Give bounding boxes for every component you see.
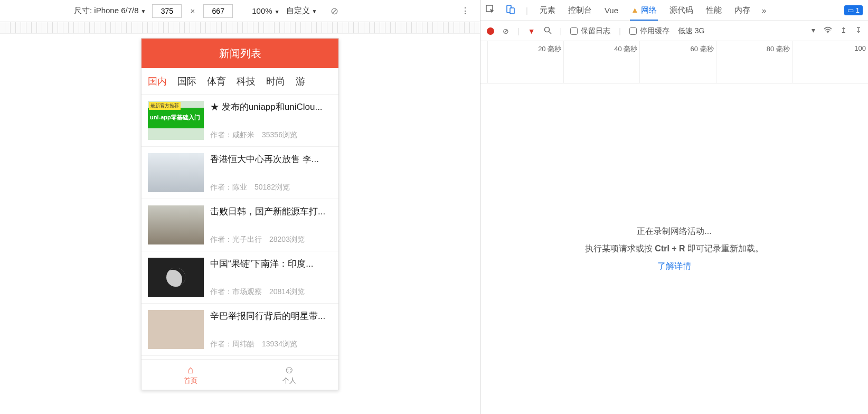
wifi-icon[interactable] — [824, 26, 832, 36]
more-tabs-icon[interactable]: » — [762, 6, 766, 15]
network-empty-state: 正在录制网络活动... 执行某项请求或按 Ctrl + R 即可记录重新加载。 … — [480, 83, 868, 414]
tab-performance[interactable]: 性能 — [705, 1, 723, 20]
tab-sources[interactable]: 源代码 — [668, 1, 694, 20]
preserve-log-checkbox[interactable]: 保留日志 — [570, 26, 610, 36]
warning-icon: ▲ — [631, 5, 639, 14]
messages-badge[interactable]: ▭1 — [844, 5, 863, 15]
empty-line1: 正在录制网络活动... — [637, 226, 711, 237]
person-icon: ☺ — [284, 364, 295, 375]
news-title: 辛巴举报同行背后的明星带... — [210, 310, 332, 323]
list-item[interactable]: 辛巴举报同行背后的明星带... 作者：周纬皓13934浏览 — [141, 304, 338, 356]
list-item[interactable]: 香港恒大中心再次放售 李... 作者：陈业50182浏览 — [141, 147, 338, 199]
news-thumb — [148, 258, 204, 297]
custom-select[interactable]: 自定义▼ — [286, 6, 317, 16]
news-title: ★ 发布的uniapp和uniClou... — [210, 101, 332, 114]
width-input[interactable] — [152, 4, 182, 18]
upload-icon[interactable]: ↥ — [841, 26, 847, 36]
news-tabs: 国内 国际 体育 科技 时尚 游 — [141, 68, 338, 95]
nav-home[interactable]: ⌂ 首页 — [141, 360, 240, 390]
search-icon[interactable] — [544, 26, 552, 36]
svg-rect-2 — [510, 8, 514, 14]
home-icon: ⌂ — [187, 364, 194, 375]
learn-more-link[interactable]: 了解详情 — [657, 261, 691, 272]
tab-console[interactable]: 控制台 — [567, 1, 593, 20]
app-header: 新闻列表 — [141, 39, 338, 68]
tab-tech[interactable]: 科技 — [237, 75, 256, 88]
device-toolbar: 尺寸: iPhone 6/7/8▼ × 100%▼ 自定义▼ ⊘ ⋮ — [0, 0, 480, 22]
filter-icon[interactable]: ▼ — [528, 27, 535, 35]
tab-game[interactable]: 游 — [296, 75, 305, 88]
tab-international[interactable]: 国际 — [177, 75, 196, 88]
svg-line-4 — [549, 32, 551, 34]
height-input[interactable] — [203, 4, 233, 18]
device-toggle-icon[interactable] — [506, 5, 515, 16]
phone-frame: 新闻列表 国内 国际 体育 科技 时尚 游 ★ 发布的uniapp和uniClo… — [141, 38, 339, 390]
news-list[interactable]: ★ 发布的uniapp和uniClou... 作者：咸虾米35356浏览 香港恒… — [141, 95, 338, 359]
list-item[interactable]: ★ 发布的uniapp和uniClou... 作者：咸虾米35356浏览 — [141, 95, 338, 147]
chevron-down-icon: ▼ — [141, 8, 146, 14]
list-item[interactable]: 击败日韩，国产新能源车打... 作者：光子出行28203浏览 — [141, 199, 338, 251]
device-select[interactable]: 尺寸: iPhone 6/7/8▼ — [74, 6, 146, 16]
bottom-nav: ⌂ 首页 ☺ 个人 — [141, 359, 338, 390]
download-icon[interactable]: ↧ — [855, 26, 862, 36]
news-thumb — [148, 153, 204, 192]
news-thumb — [148, 101, 204, 140]
zoom-select[interactable]: 100%▼ — [252, 6, 279, 15]
news-thumb — [148, 310, 204, 349]
chevron-down-icon: ▼ — [275, 9, 280, 15]
svg-point-3 — [544, 27, 549, 32]
dim-separator: × — [190, 6, 195, 15]
devtools-tabs: | 元素 控制台 Vue ▲网络 源代码 性能 内存 » ▭1 — [480, 0, 868, 21]
disable-cache-checkbox[interactable]: 停用缓存 — [629, 26, 669, 36]
news-thumb — [148, 205, 204, 244]
ruler — [0, 22, 480, 34]
list-item[interactable]: 中国“果链”下南洋：印度... 作者：市场观察20814浏览 — [141, 251, 338, 304]
network-toolbar: ⊘ | ▼ | 保留日志 | 停用缓存 低速 3G ▾ ↥ ↧ — [480, 21, 868, 41]
tab-memory[interactable]: 内存 — [733, 1, 751, 20]
tab-domestic[interactable]: 国内 — [148, 75, 167, 88]
news-title: 中国“果链”下南洋：印度... — [210, 258, 332, 270]
inspect-icon[interactable] — [486, 5, 495, 16]
viewport-area: 新闻列表 国内 国际 体育 科技 时尚 游 ★ 发布的uniapp和uniClo… — [0, 34, 480, 414]
chevron-down-icon: ▼ — [312, 8, 317, 14]
empty-line2: 执行某项请求或按 Ctrl + R 即可记录重新加载。 — [585, 243, 763, 255]
clear-icon[interactable]: ⊘ — [503, 27, 509, 35]
rotate-icon[interactable]: ⊘ — [331, 5, 338, 17]
timeline[interactable]: 20 毫秒 40 毫秒 60 毫秒 80 毫秒 100 — [480, 41, 868, 83]
throttle-dropdown-icon[interactable]: ▾ — [812, 26, 815, 36]
more-icon[interactable]: ⋮ — [461, 6, 469, 16]
throttle-select[interactable]: 低速 3G — [678, 26, 705, 36]
svg-point-5 — [827, 32, 828, 33]
nav-me[interactable]: ☺ 个人 — [240, 360, 339, 390]
chat-icon: ▭ — [847, 6, 854, 14]
tab-network[interactable]: ▲网络 — [630, 1, 658, 21]
news-title: 击败日韩，国产新能源车打... — [210, 205, 332, 218]
tab-fashion[interactable]: 时尚 — [266, 75, 285, 88]
tab-sports[interactable]: 体育 — [207, 75, 226, 88]
tab-vue[interactable]: Vue — [603, 1, 619, 20]
tab-elements[interactable]: 元素 — [539, 1, 556, 20]
record-icon[interactable] — [487, 27, 494, 35]
news-title: 香港恒大中心再次放售 李... — [210, 153, 332, 166]
